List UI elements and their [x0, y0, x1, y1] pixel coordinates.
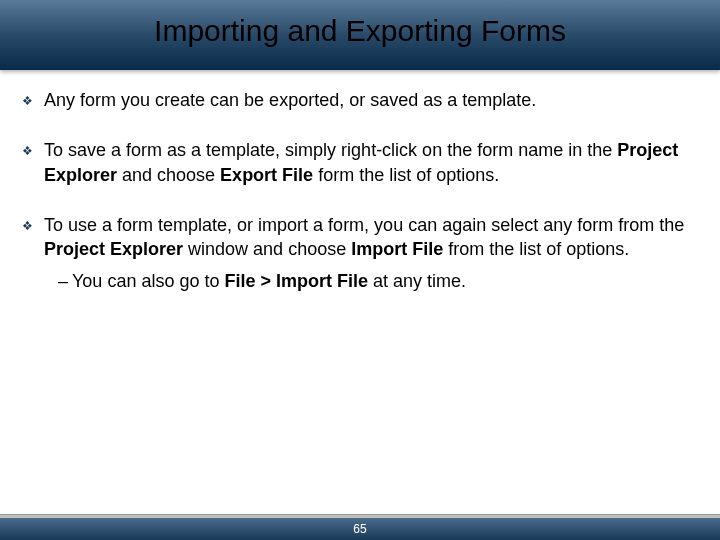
slide-content: ❖ Any form you create can be exported, o… [0, 70, 720, 294]
bold-text: Export File [220, 165, 313, 185]
diamond-bullet-icon: ❖ [22, 218, 34, 234]
bold-text: Import File [351, 239, 443, 259]
text-run: form the list of options. [313, 165, 499, 185]
text-run: window and choose [183, 239, 351, 259]
bold-text: File > Import File [224, 271, 368, 291]
bullet-item: ❖ Any form you create can be exported, o… [22, 88, 698, 112]
text-run: and choose [117, 165, 220, 185]
bullet-item: ❖ To use a form template, or import a fo… [22, 213, 698, 262]
diamond-bullet-icon: ❖ [22, 143, 34, 159]
dash-bullet-icon: – [58, 269, 72, 293]
bullet-text: To save a form as a template, simply rig… [44, 138, 698, 187]
diamond-bullet-icon: ❖ [22, 93, 34, 109]
text-run: To save a form as a template, simply rig… [44, 140, 617, 160]
bullet-item: ❖ To save a form as a template, simply r… [22, 138, 698, 187]
page-number: 65 [353, 522, 366, 536]
bullet-text: Any form you create can be exported, or … [44, 88, 698, 112]
text-run: at any time. [368, 271, 466, 291]
slide-title: Importing and Exporting Forms [0, 14, 720, 48]
text-run: To use a form template, or import a form… [44, 215, 684, 235]
text-run: You can also go to [72, 271, 224, 291]
sub-bullet-item: –You can also go to File > Import File a… [58, 269, 698, 293]
slide-footer: 65 [0, 518, 720, 540]
bullet-text: To use a form template, or import a form… [44, 213, 698, 262]
slide-header: Importing and Exporting Forms [0, 0, 720, 70]
bold-text: Project Explorer [44, 239, 183, 259]
text-run: from the list of options. [443, 239, 629, 259]
